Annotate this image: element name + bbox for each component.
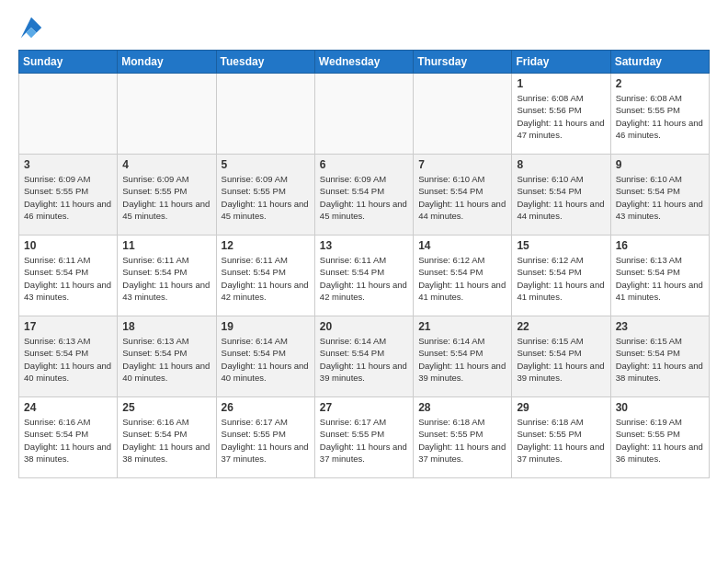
- cell-text: Sunrise: 6:12 AM Sunset: 5:54 PM Dayligh…: [418, 254, 506, 303]
- day-number: 17: [24, 320, 112, 333]
- day-number: 3: [24, 158, 112, 171]
- day-header-tuesday: Tuesday: [216, 51, 314, 74]
- day-number: 27: [320, 401, 408, 414]
- cell-text: Sunrise: 6:18 AM Sunset: 5:55 PM Dayligh…: [517, 416, 605, 465]
- cal-cell-3-2: 11Sunrise: 6:11 AM Sunset: 5:54 PM Dayli…: [118, 236, 216, 316]
- day-number: 22: [517, 320, 605, 333]
- cal-cell-4-4: 20Sunrise: 6:14 AM Sunset: 5:54 PM Dayli…: [314, 316, 413, 397]
- cal-cell-2-6: 8Sunrise: 6:10 AM Sunset: 5:54 PM Daylig…: [512, 155, 610, 236]
- cal-cell-2-7: 9Sunrise: 6:10 AM Sunset: 5:54 PM Daylig…: [610, 155, 709, 236]
- cell-text: Sunrise: 6:13 AM Sunset: 5:54 PM Dayligh…: [616, 254, 704, 303]
- day-number: 1: [517, 77, 605, 90]
- cell-text: Sunrise: 6:16 AM Sunset: 5:54 PM Dayligh…: [122, 416, 210, 465]
- day-header-friday: Friday: [512, 51, 610, 74]
- day-header-sunday: Sunday: [19, 51, 118, 74]
- cell-text: Sunrise: 6:09 AM Sunset: 5:54 PM Dayligh…: [320, 173, 408, 222]
- day-number: 10: [24, 239, 112, 252]
- cal-cell-3-7: 16Sunrise: 6:13 AM Sunset: 5:54 PM Dayli…: [610, 236, 709, 316]
- day-number: 11: [122, 239, 210, 252]
- cell-text: Sunrise: 6:11 AM Sunset: 5:54 PM Dayligh…: [320, 254, 408, 303]
- cell-text: Sunrise: 6:11 AM Sunset: 5:54 PM Dayligh…: [122, 254, 210, 303]
- day-number: 7: [418, 158, 506, 171]
- cell-text: Sunrise: 6:15 AM Sunset: 5:54 PM Dayligh…: [616, 335, 704, 384]
- cell-text: Sunrise: 6:10 AM Sunset: 5:54 PM Dayligh…: [517, 173, 605, 222]
- day-number: 23: [616, 320, 704, 333]
- page: SundayMondayTuesdayWednesdayThursdayFrid…: [0, 0, 728, 488]
- cal-cell-2-4: 6Sunrise: 6:09 AM Sunset: 5:54 PM Daylig…: [314, 155, 413, 236]
- cal-cell-4-3: 19Sunrise: 6:14 AM Sunset: 5:54 PM Dayli…: [216, 316, 314, 397]
- cell-text: Sunrise: 6:09 AM Sunset: 5:55 PM Dayligh…: [222, 173, 310, 222]
- logo: [18, 15, 46, 40]
- day-header-monday: Monday: [118, 51, 216, 74]
- calendar-table: SundayMondayTuesdayWednesdayThursdayFrid…: [18, 50, 710, 478]
- cal-cell-1-3: [216, 74, 314, 155]
- cal-cell-1-4: [314, 74, 413, 155]
- cal-cell-4-5: 21Sunrise: 6:14 AM Sunset: 5:54 PM Dayli…: [414, 316, 512, 397]
- day-number: 12: [222, 239, 310, 252]
- cell-text: Sunrise: 6:14 AM Sunset: 5:54 PM Dayligh…: [418, 335, 506, 384]
- cell-text: Sunrise: 6:14 AM Sunset: 5:54 PM Dayligh…: [320, 335, 408, 384]
- cal-cell-1-2: [118, 74, 216, 155]
- cell-text: Sunrise: 6:13 AM Sunset: 5:54 PM Dayligh…: [24, 335, 112, 384]
- cell-text: Sunrise: 6:08 AM Sunset: 5:55 PM Dayligh…: [616, 92, 704, 141]
- cell-text: Sunrise: 6:11 AM Sunset: 5:54 PM Dayligh…: [24, 254, 112, 303]
- week-row-2: 3Sunrise: 6:09 AM Sunset: 5:55 PM Daylig…: [19, 155, 710, 236]
- day-number: 16: [616, 239, 704, 252]
- day-number: 4: [122, 158, 210, 171]
- cal-cell-4-6: 22Sunrise: 6:15 AM Sunset: 5:54 PM Dayli…: [512, 316, 610, 397]
- cell-text: Sunrise: 6:10 AM Sunset: 5:54 PM Dayligh…: [616, 173, 704, 222]
- cell-text: Sunrise: 6:08 AM Sunset: 5:56 PM Dayligh…: [517, 92, 605, 141]
- cal-cell-2-3: 5Sunrise: 6:09 AM Sunset: 5:55 PM Daylig…: [216, 155, 314, 236]
- cal-cell-4-7: 23Sunrise: 6:15 AM Sunset: 5:54 PM Dayli…: [610, 316, 709, 397]
- cell-text: Sunrise: 6:17 AM Sunset: 5:55 PM Dayligh…: [222, 416, 310, 465]
- header: [18, 15, 710, 40]
- day-number: 5: [222, 158, 310, 171]
- day-number: 28: [418, 401, 506, 414]
- cal-cell-5-6: 29Sunrise: 6:18 AM Sunset: 5:55 PM Dayli…: [512, 397, 610, 478]
- cell-text: Sunrise: 6:15 AM Sunset: 5:54 PM Dayligh…: [517, 335, 605, 384]
- cal-cell-1-7: 2Sunrise: 6:08 AM Sunset: 5:55 PM Daylig…: [610, 74, 709, 155]
- cal-cell-3-3: 12Sunrise: 6:11 AM Sunset: 5:54 PM Dayli…: [216, 236, 314, 316]
- cal-cell-3-4: 13Sunrise: 6:11 AM Sunset: 5:54 PM Dayli…: [314, 236, 413, 316]
- logo-icon: [18, 15, 44, 40]
- day-header-wednesday: Wednesday: [314, 51, 413, 74]
- day-number: 21: [418, 320, 506, 333]
- day-number: 24: [24, 401, 112, 414]
- cell-text: Sunrise: 6:11 AM Sunset: 5:54 PM Dayligh…: [222, 254, 310, 303]
- week-row-3: 10Sunrise: 6:11 AM Sunset: 5:54 PM Dayli…: [19, 236, 710, 316]
- day-number: 8: [517, 158, 605, 171]
- cell-text: Sunrise: 6:16 AM Sunset: 5:54 PM Dayligh…: [24, 416, 112, 465]
- cell-text: Sunrise: 6:10 AM Sunset: 5:54 PM Dayligh…: [418, 173, 506, 222]
- cell-text: Sunrise: 6:19 AM Sunset: 5:55 PM Dayligh…: [616, 416, 704, 465]
- cal-cell-4-2: 18Sunrise: 6:13 AM Sunset: 5:54 PM Dayli…: [118, 316, 216, 397]
- cal-cell-2-1: 3Sunrise: 6:09 AM Sunset: 5:55 PM Daylig…: [19, 155, 118, 236]
- day-number: 30: [616, 401, 704, 414]
- cell-text: Sunrise: 6:13 AM Sunset: 5:54 PM Dayligh…: [122, 335, 210, 384]
- week-row-4: 17Sunrise: 6:13 AM Sunset: 5:54 PM Dayli…: [19, 316, 710, 397]
- cal-cell-2-5: 7Sunrise: 6:10 AM Sunset: 5:54 PM Daylig…: [414, 155, 512, 236]
- day-number: 29: [517, 401, 605, 414]
- cell-text: Sunrise: 6:09 AM Sunset: 5:55 PM Dayligh…: [24, 173, 112, 222]
- cell-text: Sunrise: 6:14 AM Sunset: 5:54 PM Dayligh…: [222, 335, 310, 384]
- day-number: 19: [222, 320, 310, 333]
- cell-text: Sunrise: 6:09 AM Sunset: 5:55 PM Dayligh…: [122, 173, 210, 222]
- cal-cell-3-6: 15Sunrise: 6:12 AM Sunset: 5:54 PM Dayli…: [512, 236, 610, 316]
- day-number: 20: [320, 320, 408, 333]
- cal-cell-3-5: 14Sunrise: 6:12 AM Sunset: 5:54 PM Dayli…: [414, 236, 512, 316]
- header-row: SundayMondayTuesdayWednesdayThursdayFrid…: [19, 51, 710, 74]
- day-number: 2: [616, 77, 704, 90]
- day-number: 9: [616, 158, 704, 171]
- cell-text: Sunrise: 6:12 AM Sunset: 5:54 PM Dayligh…: [517, 254, 605, 303]
- week-row-1: 1Sunrise: 6:08 AM Sunset: 5:56 PM Daylig…: [19, 74, 710, 155]
- cal-cell-2-2: 4Sunrise: 6:09 AM Sunset: 5:55 PM Daylig…: [118, 155, 216, 236]
- cal-cell-5-1: 24Sunrise: 6:16 AM Sunset: 5:54 PM Dayli…: [19, 397, 118, 478]
- day-header-saturday: Saturday: [610, 51, 709, 74]
- day-number: 15: [517, 239, 605, 252]
- day-number: 25: [122, 401, 210, 414]
- cal-cell-4-1: 17Sunrise: 6:13 AM Sunset: 5:54 PM Dayli…: [19, 316, 118, 397]
- day-number: 14: [418, 239, 506, 252]
- day-number: 26: [222, 401, 310, 414]
- week-row-5: 24Sunrise: 6:16 AM Sunset: 5:54 PM Dayli…: [19, 397, 710, 478]
- cell-text: Sunrise: 6:18 AM Sunset: 5:55 PM Dayligh…: [418, 416, 506, 465]
- cal-cell-5-4: 27Sunrise: 6:17 AM Sunset: 5:55 PM Dayli…: [314, 397, 413, 478]
